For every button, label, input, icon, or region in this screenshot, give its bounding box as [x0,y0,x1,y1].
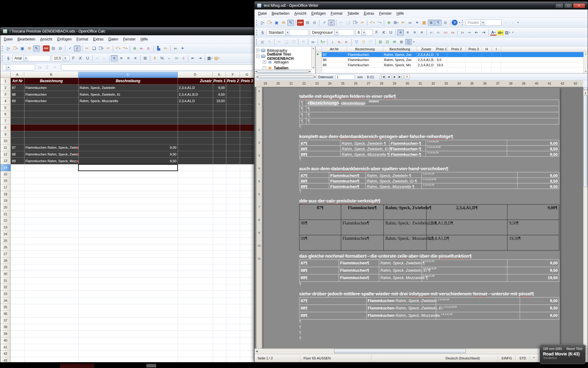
save-icon[interactable]: ▣ [19,45,26,52]
align-center-icon[interactable]: ≡ [404,29,411,36]
doc-table-cell[interactable]: 9,50 [518,183,559,189]
doc-heading[interactable]: auch·aus·dem·datenbankbereich·aber·spalt… [299,166,559,171]
menu-item[interactable]: Extras [91,36,106,43]
sheet-cell[interactable]: Rahm, Speck, Zwiebeln, Ei [78,91,178,98]
doc-table-cell[interactable]: 9,50 [507,151,559,156]
row-header[interactable]: 43 [0,357,11,362]
doc-table-cell[interactable]: 19,50 [507,274,559,282]
doc-table-cell[interactable]: 2,3,4,A1,B,D¶ [422,178,518,183]
doc-table-cell[interactable]: 9,00 [507,140,559,145]
sheet-cell[interactable]: 2,3,4,A1,D [178,85,213,91]
menu-item[interactable]: Tabelle [345,10,361,17]
save-icon[interactable]: ▣ [273,20,280,26]
empty-paragraph[interactable]: ¶ [299,189,559,195]
background-color-icon[interactable]: ▨ [213,55,220,61]
toolbar-icon[interactable] [298,39,299,45]
data-sources-icon[interactable]: ≣ [428,20,435,26]
writer-window[interactable]: test fdhsg.odt - OpenOffice Writer — ▢ ✕… [254,1,588,362]
doc-table-cell[interactable]: 2,3,4,A1,D¶ [427,235,507,250]
sheet-cell[interactable]: Preis 1 [213,78,226,84]
doc-table-cell[interactable]: 87¶ [300,260,339,267]
toolbar-handle[interactable] [2,56,3,61]
row-header[interactable]: 31 [0,278,11,284]
cut-icon[interactable]: ✂ [84,45,90,52]
doc-table-cell[interactable]: 2,3,4,A1,D¶ [422,183,518,189]
doc-table-cell[interactable]: 2,3,4,A1,B,D¶ [427,220,507,235]
add-decimal-icon[interactable]: .00 [173,55,179,61]
sort-ascending-icon[interactable]: A↓ [336,39,343,45]
grid-cell[interactable]: Flammkuchen [347,57,383,62]
statusbar-segment[interactable]: Deutsch (Deutschland) [428,355,498,361]
italic-icon[interactable]: K [380,29,387,36]
row-header[interactable]: 13 [0,158,11,164]
row-header[interactable]: 37 [0,317,11,324]
undo-icon[interactable]: ↶ [369,20,375,26]
row-header[interactable]: 40 [0,337,11,344]
doc-table-cell[interactable]: 2,3,4,A1,B,D¶ [426,146,507,151]
record-number-input[interactable]: 1 [335,75,355,79]
toolbar-icon[interactable] [384,20,384,26]
doc-table-cell[interactable]: Flammkuchen·Rahm,·Speck,·Zwiebeln·2,3,4,… [367,297,436,305]
doc-table-cell[interactable]: 87¶ [300,205,341,220]
align-right-icon[interactable]: ≡ [125,55,132,61]
toolbar-icon[interactable] [150,55,150,61]
sheet-cell[interactable]: Preis 2 [226,78,240,84]
grid-cell[interactable]: 2,3,4,A1,D [417,63,436,67]
row-header[interactable]: 26 [0,244,11,251]
find-next-icon[interactable]: ↓ [502,20,509,26]
row-header[interactable]: 23 [0,224,11,231]
edit-file-icon[interactable]: ✎ [287,20,294,26]
row-header[interactable]: 3 [0,91,11,98]
chevron-down-icon[interactable]: ▼ [6,64,11,70]
grid-cell[interactable] [447,63,466,67]
calc-window[interactable]: ! Toscana Preisliste GENGENBACH.ods - Op… [0,27,255,362]
toolbar-icon[interactable] [488,29,489,36]
row-header[interactable]: 32 [0,284,11,291]
grid-cell[interactable]: Flammkuchen [347,63,383,67]
toolbar-icon[interactable] [65,45,66,52]
sheet-cell[interactable]: Flammkuchen Rahm, Speck, Zwiebeln, Ei [24,151,78,158]
toolbar-icon[interactable] [274,39,275,45]
row-header[interactable]: 30 [0,271,11,278]
sheet-cell[interactable]: Flammkuchen [24,98,78,104]
doc-table-cell[interactable]: Flammkuchen¶ [339,274,379,282]
auto-spellcheck-icon[interactable]: ✓ [74,45,81,52]
grid-cell[interactable] [466,52,482,57]
doc-table-cell[interactable]: 88¶ [300,267,339,274]
grid-column-header[interactable]: Zusatz [417,47,436,52]
toolbar-icon[interactable] [351,39,352,45]
doc-table-cell[interactable]: Flammkuchen·¶ [390,151,426,156]
statusbar-segment[interactable]: EINFG [498,355,516,361]
row-header[interactable]: 1 [0,78,11,85]
row-header[interactable]: 27 [0,251,11,258]
menu-item[interactable]: Fenster [377,10,394,17]
zoom-icon[interactable]: ⊙ [442,20,449,26]
menu-item[interactable]: Bearbeiten [269,10,292,17]
doc-table-cell[interactable]: ¶ [306,112,559,118]
menu-item[interactable]: Ansicht [292,10,309,17]
tree-vertical-scrollbar[interactable]: ▲▼ [311,47,315,69]
menu-item[interactable]: Einfügen [55,36,74,43]
grid-column-header[interactable]: Art Nr [322,47,347,52]
sheet-cell[interactable]: Beschreibung [78,78,178,84]
row-header[interactable]: 39 [0,331,11,337]
toolbar-overflow-icon[interactable]: ▾ [412,39,416,45]
sort-descending-icon[interactable]: Z↓ [343,39,350,45]
doc-table-cell[interactable]: Rahm,·Speck,·Zwiebeln·¶ [366,172,422,178]
sheet-cell[interactable]: 9,00 [213,85,226,91]
doc-table-cell[interactable]: 88¶ [300,220,341,235]
highlighting-icon[interactable]: ab [497,30,504,35]
print-icon[interactable]: ⊟ [304,20,311,26]
doc-table-cell[interactable]: 9,00 [507,260,559,267]
row-selector[interactable] [316,63,322,67]
email-icon[interactable]: ✉ [280,20,287,26]
doc-table-cell[interactable]: 2,3,4,A1,D¶ [422,172,518,178]
find-replace-icon[interactable]: ∞ [407,20,413,26]
sort-descending-icon[interactable]: Z↓ [145,45,152,52]
music-player-popup[interactable]: 100 von 1001 Neuer Titel Road Movie (6:4… [540,344,586,364]
doc-heading[interactable]: siehe·drüber·jedoch·mittlere·spalte·wied… [299,291,559,296]
align-justified-icon[interactable]: ≡ [132,55,139,61]
doc-table-cell[interactable]: Rahm,·Speck,· Mozzarella¶ [384,235,427,250]
menu-item[interactable]: Format [74,36,91,43]
edit-file-icon[interactable]: ✎ [33,45,40,52]
